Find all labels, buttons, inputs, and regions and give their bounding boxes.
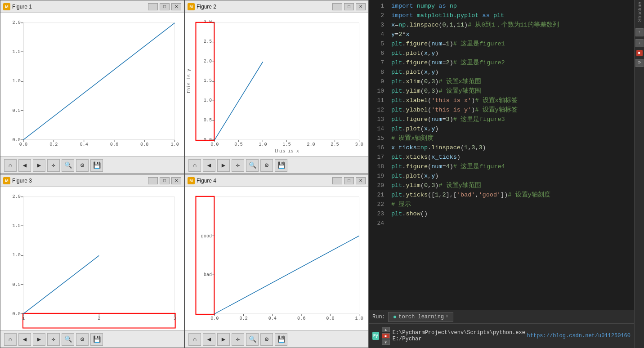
fig2-save-btn[interactable]: 💾 <box>275 159 287 172</box>
run-tab-close[interactable]: × <box>446 314 448 319</box>
figure-4-plot: bad good 0.0 0.2 0.4 0.6 0.8 1.0 <box>185 187 368 330</box>
figure-3-content: 0.0 0.5 1.0 1.5 2.0 1 2 3 <box>0 187 184 330</box>
figure-2-maximize[interactable]: □ <box>344 3 354 10</box>
code-line-17: plt.xticks(x_ticks) <box>391 153 634 162</box>
run-tab[interactable]: ● torch_learning × <box>388 312 453 322</box>
svg-text:2.0: 2.0 <box>13 194 21 199</box>
svg-text:1.0: 1.0 <box>13 253 21 258</box>
figure-4-close[interactable]: ✕ <box>356 177 366 184</box>
fig3-save-btn[interactable]: 💾 <box>90 333 103 346</box>
figure-1-minimize[interactable]: — <box>148 3 158 10</box>
figure-3-minimize[interactable]: — <box>148 177 158 184</box>
svg-text:good: good <box>201 234 212 239</box>
svg-text:1.0: 1.0 <box>259 142 267 147</box>
svg-text:0.6: 0.6 <box>297 316 305 321</box>
struct-stop-btn[interactable]: ■ <box>636 50 643 56</box>
svg-text:0.6: 0.6 <box>110 142 118 147</box>
svg-rect-26 <box>215 23 359 140</box>
fig3-pan-btn[interactable]: ✛ <box>47 333 60 346</box>
figure-1-close[interactable]: ✕ <box>171 3 181 10</box>
svg-text:0.8: 0.8 <box>140 142 148 147</box>
svg-text:0.0: 0.0 <box>19 142 27 147</box>
fig4-save-btn[interactable]: 💾 <box>275 333 287 346</box>
svg-text:0.0: 0.0 <box>13 312 21 317</box>
code-line-18: plt.figure(num=4)# 这里是figure4 <box>391 162 634 172</box>
run-label: Run: <box>372 314 385 320</box>
bottom-left: Py ▲ ■ ▼ E:\PycharmProject\venv\Scripts\… <box>372 327 527 345</box>
fig2-back-btn[interactable]: ◀ <box>203 159 215 172</box>
fig1-back-btn[interactable]: ◀ <box>18 159 31 172</box>
fig4-forward-btn[interactable]: ▶ <box>217 333 230 346</box>
svg-text:2.0: 2.0 <box>204 59 212 64</box>
svg-text:this is x: this is x <box>274 149 299 154</box>
fig2-pan-btn[interactable]: ✛ <box>232 159 244 172</box>
fig3-back-btn[interactable]: ◀ <box>18 333 31 346</box>
python-icon: Py <box>372 332 379 340</box>
structure-label: Structure <box>637 2 642 22</box>
figure-4-minimize[interactable]: — <box>332 177 342 184</box>
svg-rect-79 <box>215 197 359 314</box>
fig3-zoom-btn[interactable]: 🔍 <box>62 333 74 346</box>
fig4-home-btn[interactable]: ⌂ <box>188 333 201 346</box>
svg-text:0.5: 0.5 <box>13 282 21 287</box>
svg-text:2.5: 2.5 <box>204 39 212 44</box>
command-text: E:\PycharmProject\venv\Scripts\python.ex… <box>393 330 527 342</box>
struct-btn-1[interactable]: ↑ <box>635 28 644 36</box>
code-editor: 123456 789101112 131415161718 1920212223… <box>369 0 634 348</box>
code-line-24 <box>391 219 634 228</box>
figure-4-content: bad good 0.0 0.2 0.4 0.6 0.8 1.0 <box>185 187 368 330</box>
figure-3-titlebar: M Figure 3 — □ ✕ <box>0 174 184 187</box>
fig3-config-btn[interactable]: ⚙ <box>76 333 89 346</box>
fig1-zoom-btn[interactable]: 🔍 <box>62 159 74 172</box>
fig2-forward-btn[interactable]: ▶ <box>217 159 230 172</box>
struct-btn-3[interactable]: ⟳ <box>635 59 644 67</box>
figure-1-toolbar: ⌂ ◀ ▶ ✛ 🔍 ⚙ 💾 <box>0 156 184 174</box>
figure-2-close[interactable]: ✕ <box>356 3 366 10</box>
svg-text:1.0: 1.0 <box>355 316 363 321</box>
fig3-forward-btn[interactable]: ▶ <box>33 333 45 346</box>
action-buttons: ▲ ■ ▼ <box>382 327 390 345</box>
svg-text:0.5: 0.5 <box>234 142 242 147</box>
url-text[interactable]: https://blog.csdn.net/u011250160 <box>527 333 631 339</box>
fig4-zoom-btn[interactable]: 🔍 <box>246 333 259 346</box>
fig2-config-btn[interactable]: ⚙ <box>260 159 273 172</box>
stop-btn[interactable]: ■ <box>382 333 390 339</box>
code-lines-area: 123456 789101112 131415161718 1920212223… <box>369 0 634 310</box>
scroll-down-btn[interactable]: ▼ <box>382 339 390 345</box>
fig4-back-btn[interactable]: ◀ <box>203 333 215 346</box>
svg-text:this is y: this is y <box>187 69 192 94</box>
figure-1-title: Figure 1 <box>12 4 148 10</box>
figure-1-maximize[interactable]: □ <box>160 3 170 10</box>
code-line-6: plt.plot(x,y) <box>391 49 634 58</box>
svg-text:1.0: 1.0 <box>13 79 21 84</box>
struct-btn-2[interactable]: ↓ <box>635 39 644 47</box>
code-content[interactable]: import numpy as np import matplotlib.pyp… <box>388 0 634 310</box>
code-line-21: plt.yticks([1,2],['bad','good'])# 设置y轴刻度 <box>391 191 634 200</box>
fig4-config-btn[interactable]: ⚙ <box>260 333 273 346</box>
fig4-pan-btn[interactable]: ✛ <box>232 333 244 346</box>
fig1-forward-btn[interactable]: ▶ <box>33 159 45 172</box>
figure-2-window: M Figure 2 — □ ✕ this is y this is x 0.0… <box>184 0 369 174</box>
figure-3-maximize[interactable]: □ <box>160 177 170 184</box>
fig2-zoom-btn[interactable]: 🔍 <box>246 159 259 172</box>
figures-area: M Figure 1 — □ ✕ 0.0 0.5 1.0 1.5 2.0 <box>0 0 369 348</box>
code-line-4: y = 2*x <box>391 30 634 40</box>
fig1-save-btn[interactable]: 💾 <box>90 159 103 172</box>
fig3-home-btn[interactable]: ⌂ <box>4 333 17 346</box>
line-numbers: 123456 789101112 131415161718 1920212223… <box>369 0 388 310</box>
svg-text:0.2: 0.2 <box>49 142 58 147</box>
fig2-home-btn[interactable]: ⌂ <box>188 159 201 172</box>
code-line-13: plt.figure(num=3)# 这里是figure3 <box>391 115 634 125</box>
scroll-up-btn[interactable]: ▲ <box>382 327 390 332</box>
figure-2-titlebar: M Figure 2 — □ ✕ <box>185 0 368 13</box>
figure-3-close[interactable]: ✕ <box>171 177 181 184</box>
figure-1-content: 0.0 0.5 1.0 1.5 2.0 0.0 0.2 0.4 0.6 0.8 … <box>0 13 184 156</box>
svg-text:0.5: 0.5 <box>204 118 212 123</box>
figure-4-maximize[interactable]: □ <box>344 177 354 184</box>
fig1-pan-btn[interactable]: ✛ <box>47 159 60 172</box>
fig1-config-btn[interactable]: ⚙ <box>76 159 89 172</box>
figure-3-window: M Figure 3 — □ ✕ 0.0 0.5 1.0 1.5 2.0 <box>0 174 184 348</box>
figure-1-plot: 0.0 0.5 1.0 1.5 2.0 0.0 0.2 0.4 0.6 0.8 … <box>0 13 184 156</box>
fig1-home-btn[interactable]: ⌂ <box>4 159 17 172</box>
figure-2-minimize[interactable]: — <box>332 3 342 10</box>
